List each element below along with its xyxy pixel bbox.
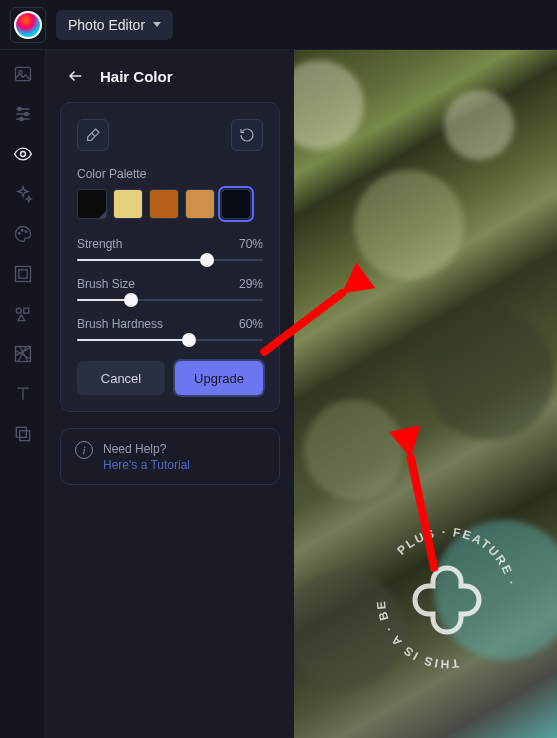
palette-label: Color Palette bbox=[77, 167, 263, 181]
help-title: Need Help? bbox=[103, 441, 190, 458]
svg-rect-12 bbox=[23, 308, 28, 313]
color-swatches bbox=[77, 189, 263, 219]
app-selector[interactable]: Photo Editor bbox=[56, 10, 173, 40]
brush-hardness-value: 60% bbox=[239, 317, 263, 331]
settings-card: Color Palette Strength 70% Brush Size 29… bbox=[60, 102, 280, 412]
strength-value: 70% bbox=[239, 237, 263, 251]
brush-size-value: 29% bbox=[239, 277, 263, 291]
svg-point-8 bbox=[25, 231, 27, 233]
color-swatch[interactable] bbox=[221, 189, 251, 219]
eraser-button[interactable] bbox=[77, 119, 109, 151]
layers-icon[interactable] bbox=[13, 424, 33, 444]
svg-rect-10 bbox=[18, 270, 26, 278]
sliders-icon[interactable] bbox=[13, 104, 33, 124]
svg-rect-14 bbox=[16, 427, 26, 437]
cancel-button[interactable]: Cancel bbox=[77, 361, 165, 395]
image-canvas[interactable]: THIS IS A · BEFUNKY PLUS · FEATURE · bbox=[294, 50, 557, 738]
reset-button[interactable] bbox=[231, 119, 263, 151]
image-icon[interactable] bbox=[13, 64, 33, 84]
color-swatch[interactable] bbox=[149, 189, 179, 219]
pattern-icon[interactable] bbox=[13, 344, 33, 364]
app-logo[interactable] bbox=[10, 7, 46, 43]
svg-point-6 bbox=[18, 232, 20, 234]
svg-point-11 bbox=[16, 308, 21, 313]
svg-rect-9 bbox=[15, 267, 30, 282]
back-button[interactable] bbox=[64, 64, 88, 88]
frame-icon[interactable] bbox=[13, 264, 33, 284]
svg-point-5 bbox=[20, 152, 25, 157]
brush-size-slider[interactable] bbox=[77, 299, 263, 301]
plus-feature-watermark: THIS IS A · BEFUNKY PLUS · FEATURE · bbox=[367, 518, 527, 678]
help-tutorial-link[interactable]: Here's a Tutorial bbox=[103, 458, 190, 472]
app-name: Photo Editor bbox=[68, 17, 145, 33]
svg-rect-15 bbox=[19, 431, 29, 441]
svg-rect-0 bbox=[15, 67, 30, 80]
strength-slider[interactable] bbox=[77, 259, 263, 261]
svg-point-2 bbox=[18, 107, 21, 110]
chevron-down-icon bbox=[153, 22, 161, 27]
upgrade-button[interactable]: Upgrade bbox=[175, 361, 263, 395]
brush-size-label: Brush Size bbox=[77, 277, 135, 291]
svg-point-4 bbox=[19, 117, 22, 120]
svg-point-7 bbox=[21, 229, 23, 231]
side-panel: Hair Color Color Palette Strength 70% bbox=[46, 50, 294, 738]
svg-text:PLUS · FEATURE ·: PLUS · FEATURE · bbox=[394, 525, 518, 588]
text-icon[interactable] bbox=[13, 384, 33, 404]
color-swatch[interactable] bbox=[113, 189, 143, 219]
brush-hardness-slider[interactable] bbox=[77, 339, 263, 341]
palette-icon[interactable] bbox=[13, 224, 33, 244]
panel-title: Hair Color bbox=[100, 68, 173, 85]
eye-icon[interactable] bbox=[13, 144, 33, 164]
strength-label: Strength bbox=[77, 237, 122, 251]
svg-point-3 bbox=[24, 112, 27, 115]
color-swatch[interactable] bbox=[185, 189, 215, 219]
shapes-icon[interactable] bbox=[13, 304, 33, 324]
tool-rail bbox=[0, 50, 46, 738]
sparkle-icon[interactable] bbox=[13, 184, 33, 204]
color-swatch[interactable] bbox=[77, 189, 107, 219]
info-icon: i bbox=[75, 441, 93, 459]
help-card: i Need Help? Here's a Tutorial bbox=[60, 428, 280, 485]
brush-hardness-label: Brush Hardness bbox=[77, 317, 163, 331]
